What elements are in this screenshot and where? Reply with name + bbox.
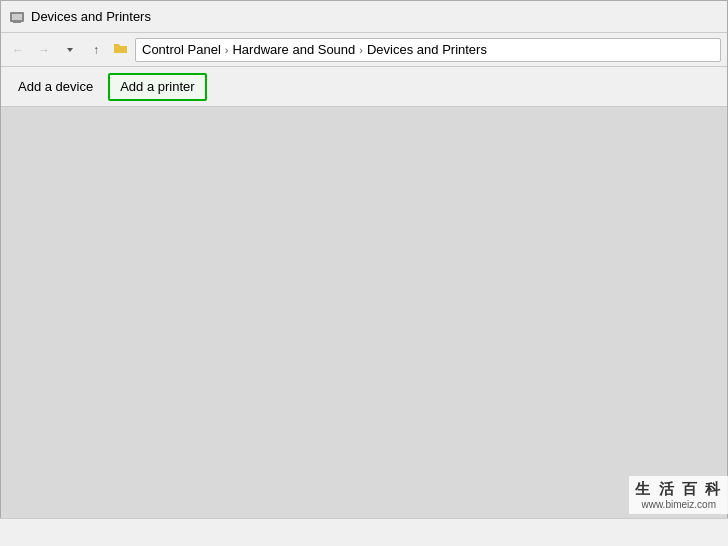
- recent-locations-button[interactable]: [59, 39, 81, 61]
- title-bar: Devices and Printers: [1, 1, 727, 33]
- up-button[interactable]: ↑: [85, 39, 107, 61]
- address-bar: ← → ↑ Control Panel › Hardware and Sound…: [1, 33, 727, 67]
- breadcrumb-devices-printers: Devices and Printers: [367, 42, 487, 57]
- svg-marker-4: [67, 48, 73, 52]
- breadcrumb-sep-1: ›: [225, 44, 229, 56]
- title-bar-text: Devices and Printers: [31, 9, 151, 24]
- svg-rect-1: [12, 14, 22, 20]
- watermark-url: www.bimeiz.com: [635, 499, 722, 510]
- window: Devices and Printers ← → ↑ Control Panel…: [0, 0, 728, 546]
- svg-rect-2: [14, 20, 20, 22]
- forward-button[interactable]: →: [33, 39, 55, 61]
- main-content: [1, 107, 727, 545]
- watermark-text: 生 活 百 科: [635, 480, 722, 499]
- window-icon: [9, 9, 25, 25]
- add-device-button[interactable]: Add a device: [7, 73, 104, 101]
- folder-icon: [113, 40, 129, 59]
- toolbar: Add a device Add a printer: [1, 67, 727, 107]
- watermark: 生 活 百 科 www.bimeiz.com: [629, 476, 728, 514]
- breadcrumb-sep-2: ›: [359, 44, 363, 56]
- address-path[interactable]: Control Panel › Hardware and Sound › Dev…: [135, 38, 721, 62]
- breadcrumb-hardware-sound[interactable]: Hardware and Sound: [232, 42, 355, 57]
- add-printer-button[interactable]: Add a printer: [108, 73, 206, 101]
- status-bar: [0, 518, 728, 546]
- breadcrumb-control-panel[interactable]: Control Panel: [142, 42, 221, 57]
- svg-rect-3: [13, 22, 21, 23]
- back-button[interactable]: ←: [7, 39, 29, 61]
